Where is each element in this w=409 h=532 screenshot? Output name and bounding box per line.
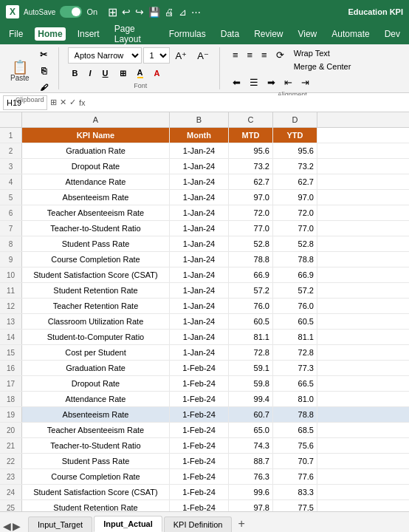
mtd-cell[interactable]: 74.3	[229, 438, 273, 453]
ytd-cell[interactable]: 70.7	[273, 454, 317, 468]
month-cell[interactable]: 1-Feb-24	[170, 407, 229, 422]
font-grow-button[interactable]: A⁺	[171, 48, 192, 63]
ytd-cell[interactable]: 60.5	[273, 314, 317, 329]
kpi-name-cell[interactable]: Teacher-to-Student Ratio	[22, 221, 170, 236]
kpi-name-cell[interactable]: Teacher Absenteeism Rate	[22, 205, 170, 220]
month-cell[interactable]: 1-Jan-24	[170, 283, 229, 298]
month-cell[interactable]: 1-Jan-24	[170, 314, 229, 329]
align-top-center-button[interactable]: ≡	[244, 47, 257, 62]
month-cell[interactable]: 1-Feb-24	[170, 454, 229, 468]
copy-button[interactable]: ⎘	[35, 64, 52, 78]
ytd-cell[interactable]: 95.6	[273, 143, 317, 158]
mtd-cell[interactable]: 60.7	[229, 407, 273, 422]
bold-button[interactable]: B	[68, 66, 83, 81]
kpi-name-cell[interactable]: Student Satisfaction Score (CSAT)	[22, 485, 170, 499]
border-button[interactable]: ⊞	[115, 66, 131, 81]
tab-scroll-left[interactable]: ◀	[3, 520, 11, 532]
kpi-name-cell[interactable]: Absenteeism Rate	[22, 190, 170, 205]
mtd-cell[interactable]: 65.0	[229, 423, 273, 437]
month-cell[interactable]: 1-Feb-24	[170, 438, 229, 453]
kpi-name-cell[interactable]: Absenteeism Rate	[22, 407, 170, 422]
cell-reference-box[interactable]: H19	[3, 95, 47, 110]
month-cell[interactable]: 1-Jan-24	[170, 330, 229, 344]
month-cell[interactable]: 1-Feb-24	[170, 423, 229, 437]
mtd-cell[interactable]: 95.6	[229, 143, 273, 158]
mtd-cell[interactable]: 78.8	[229, 252, 273, 267]
kpi-name-cell[interactable]: Graduation Rate	[22, 361, 170, 375]
mtd-cell[interactable]: 97.0	[229, 190, 273, 205]
kpi-name-cell[interactable]: Student Satisfaction Score (CSAT)	[22, 267, 170, 282]
month-cell[interactable]: 1-Jan-24	[170, 236, 229, 251]
mtd-cell[interactable]: 60.5	[229, 314, 273, 329]
tab-scroll-right[interactable]: ▶	[13, 520, 21, 532]
ytd-cell[interactable]: 68.5	[273, 423, 317, 437]
ytd-cell[interactable]: 72.0	[273, 205, 317, 220]
month-cell[interactable]: 1-Jan-24	[170, 267, 229, 282]
month-cell[interactable]: 1-Feb-24	[170, 469, 229, 484]
kpi-name-cell[interactable]: Course Completion Rate	[22, 252, 170, 267]
ytd-cell[interactable]: 66.9	[273, 267, 317, 282]
menu-data[interactable]: Data	[218, 27, 242, 41]
kpi-name-cell[interactable]: Course Completion Rate	[22, 469, 170, 484]
format-painter-button[interactable]: 🖌	[35, 80, 52, 95]
mtd-cell[interactable]: 62.7	[229, 174, 273, 189]
ytd-cell[interactable]: 77.3	[273, 361, 317, 375]
paste-button[interactable]: 📋 Paste	[7, 59, 32, 83]
mtd-cell[interactable]: 73.2	[229, 159, 273, 174]
formula-expand-button[interactable]: ⊞	[50, 98, 57, 107]
underline-button[interactable]: U	[98, 66, 113, 81]
col-header-d[interactable]: D	[273, 112, 317, 127]
align-top-left-button[interactable]: ≡	[229, 47, 242, 62]
redo-button[interactable]: ↪	[135, 6, 144, 18]
col-header-c[interactable]: C	[229, 112, 273, 127]
ytd-cell[interactable]: 83.3	[273, 485, 317, 499]
font-size-select[interactable]: 11	[143, 47, 170, 64]
month-cell[interactable]: 1-Jan-24	[170, 345, 229, 360]
toolbar-icon-filter[interactable]: ⊿	[179, 7, 187, 18]
cut-button[interactable]: ✂	[35, 47, 52, 62]
ytd-cell[interactable]: 81.1	[273, 330, 317, 344]
menu-page-layout[interactable]: Page Layout	[111, 22, 157, 46]
month-cell[interactable]: 1-Jan-24	[170, 205, 229, 220]
kpi-name-cell[interactable]: Dropout Rate	[22, 159, 170, 174]
font-name-select[interactable]: Aptos Narrow	[68, 47, 142, 64]
menu-insert[interactable]: Insert	[75, 27, 103, 41]
month-cell[interactable]: 1-Jan-24	[170, 190, 229, 205]
kpi-name-cell[interactable]: Teacher Absenteeism Rate	[22, 423, 170, 437]
month-cell[interactable]: 1-Feb-24	[170, 361, 229, 375]
month-cell[interactable]: 1-Jan-24	[170, 299, 229, 313]
font-color-button[interactable]: A	[150, 66, 165, 81]
italic-button[interactable]: I	[85, 66, 96, 81]
decrease-indent-button[interactable]: ⇤	[281, 75, 296, 89]
kpi-name-cell[interactable]: Student-to-Computer Ratio	[22, 330, 170, 344]
col-header-b[interactable]: B	[170, 112, 229, 127]
menu-automate[interactable]: Automate	[329, 27, 372, 41]
align-top-right-button[interactable]: ≡	[258, 47, 271, 62]
kpi-name-cell[interactable]: Student Pass Rate	[22, 236, 170, 251]
header-cell-d[interactable]: YTD	[273, 128, 317, 143]
kpi-name-cell[interactable]: Cost per Student	[22, 345, 170, 360]
menu-view[interactable]: View	[295, 27, 320, 41]
mtd-cell[interactable]: 99.6	[229, 485, 273, 499]
formula-input[interactable]	[89, 95, 406, 110]
month-cell[interactable]: 1-Feb-24	[170, 485, 229, 499]
ytd-cell[interactable]: 81.0	[273, 392, 317, 406]
kpi-name-cell[interactable]: Classroom Utilization Rate	[22, 314, 170, 329]
ytd-cell[interactable]: 66.5	[273, 376, 317, 391]
ytd-cell[interactable]: 73.2	[273, 159, 317, 174]
undo-button[interactable]: ↩	[122, 6, 131, 18]
header-cell-b[interactable]: Month	[170, 128, 229, 143]
ytd-cell[interactable]: 77.0	[273, 221, 317, 236]
toolbar-icon-save[interactable]: 💾	[148, 7, 160, 18]
month-cell[interactable]: 1-Feb-24	[170, 392, 229, 406]
add-sheet-button[interactable]: +	[233, 516, 249, 532]
fill-color-button[interactable]: A	[133, 66, 148, 81]
kpi-name-cell[interactable]: Teacher-to-Student Ratio	[22, 438, 170, 453]
mtd-cell[interactable]: 72.8	[229, 345, 273, 360]
align-center-button[interactable]: ☰	[246, 75, 262, 89]
mtd-cell[interactable]: 76.3	[229, 469, 273, 484]
fx-button[interactable]: fx	[79, 98, 86, 107]
align-right-button[interactable]: ➡	[264, 75, 279, 89]
mtd-cell[interactable]: 72.0	[229, 205, 273, 220]
month-cell[interactable]: 1-Jan-24	[170, 174, 229, 189]
